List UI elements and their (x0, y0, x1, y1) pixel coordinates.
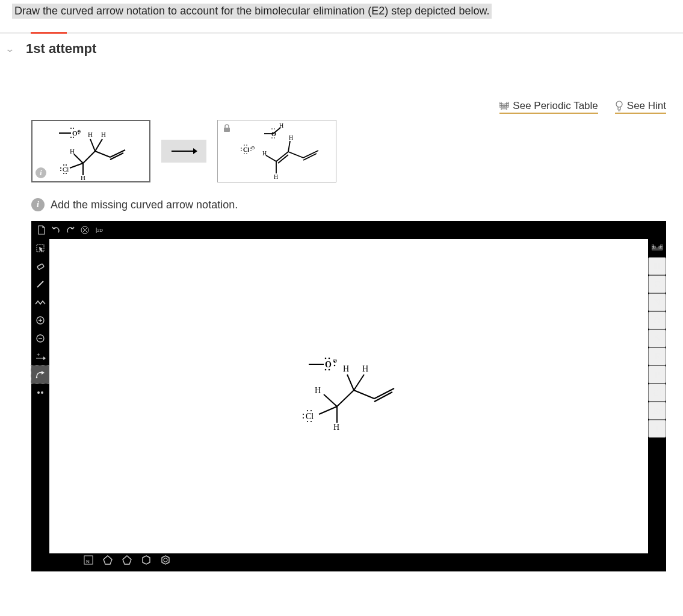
element-I[interactable]: I (648, 420, 666, 438)
svg-point-37 (60, 170, 61, 171)
cyclopentane-tool[interactable] (118, 551, 136, 569)
svg-text:⊖: ⊖ (333, 358, 338, 364)
periodic-table-icon (499, 102, 509, 110)
instruction-text: Add the missing curved arrow notation. (51, 199, 238, 211)
cyclohexane-tool[interactable] (137, 551, 155, 569)
element-P[interactable]: P (648, 366, 666, 384)
svg-text:⊖: ⊖ (251, 145, 255, 151)
select-tool[interactable] (31, 239, 49, 257)
element-F[interactable]: F (648, 347, 666, 366)
svg-point-66 (241, 148, 242, 149)
new-doc-icon[interactable] (36, 225, 47, 235)
svg-line-93 (324, 394, 337, 406)
element-H[interactable]: H (648, 257, 666, 275)
redo-icon[interactable] (65, 225, 76, 235)
view-2d-icon[interactable]: |2D (94, 225, 105, 235)
molecule-editor: |2D + O ⊖ (31, 221, 666, 571)
svg-marker-82 (43, 356, 46, 360)
reactant-panel[interactable]: O⊖ HH H Cl H i (31, 120, 150, 182)
svg-point-33 (73, 137, 74, 138)
svg-point-71 (246, 145, 247, 146)
erase-tool[interactable] (31, 257, 49, 275)
info-icon: i (31, 198, 45, 211)
ring-select-tool[interactable]: N (79, 551, 97, 569)
element-toolbar: H C N O S F P Cl Br I (648, 239, 666, 438)
charge-minus-tool[interactable] (31, 329, 49, 347)
element-Cl[interactable]: Cl (648, 384, 666, 402)
svg-point-32 (70, 137, 72, 138)
svg-rect-44 (224, 128, 230, 132)
bond-tool[interactable] (31, 275, 49, 293)
lone-pair-tool[interactable] (31, 384, 49, 402)
chain-tool[interactable] (31, 293, 49, 311)
increment-tool[interactable]: + (31, 347, 49, 366)
clear-icon[interactable] (79, 225, 90, 235)
svg-point-105 (328, 358, 330, 359)
svg-point-39 (66, 173, 67, 174)
info-icon[interactable]: i (36, 167, 46, 178)
svg-rect-117 (661, 244, 663, 246)
svg-point-73 (250, 150, 252, 151)
svg-text:O: O (325, 360, 332, 369)
svg-rect-118 (652, 246, 654, 248)
top-toolbar: |2D (31, 221, 666, 239)
svg-marker-43 (193, 148, 197, 154)
svg-point-115 (310, 410, 311, 411)
svg-line-52 (288, 141, 290, 152)
cyclopentadiene-tool[interactable] (99, 551, 117, 569)
chevron-down-icon[interactable]: ⌄ (5, 44, 15, 54)
svg-point-111 (302, 417, 303, 418)
svg-point-31 (73, 128, 74, 129)
reactant-molecule: O⊖ HH H Cl H (41, 121, 143, 181)
svg-rect-116 (652, 244, 654, 246)
product-molecule: O H H H H Cl⊖ (231, 120, 327, 181)
periodic-mini-icon[interactable] (648, 239, 666, 257)
product-panel[interactable]: O H H H H Cl⊖ (217, 120, 336, 182)
drawing-canvas[interactable]: O ⊖ HH H Cl H (49, 239, 648, 553)
svg-point-129 (164, 558, 167, 562)
svg-point-34 (78, 131, 79, 132)
svg-point-72 (250, 148, 252, 149)
svg-line-95 (354, 375, 364, 390)
svg-point-36 (60, 167, 61, 169)
svg-text:H: H (81, 174, 85, 181)
element-S[interactable]: S (648, 329, 666, 347)
see-hint-link[interactable]: See Hint (615, 100, 666, 114)
left-toolbar: + (31, 239, 49, 402)
svg-text:H: H (70, 148, 75, 155)
svg-point-62 (271, 128, 273, 129)
svg-line-89 (374, 388, 394, 399)
svg-rect-11 (501, 108, 507, 110)
svg-point-110 (302, 414, 303, 415)
see-periodic-table-link[interactable]: See Periodic Table (499, 100, 598, 114)
element-Br[interactable]: Br (648, 402, 666, 420)
benzene-tool[interactable] (156, 551, 175, 569)
element-O[interactable]: O (648, 311, 666, 329)
svg-point-12 (616, 101, 622, 107)
canvas-molecule[interactable]: O ⊖ HH H Cl H (289, 349, 409, 440)
svg-point-107 (328, 369, 330, 371)
question-text: Draw the curved arrow notation to accoun… (12, 4, 492, 19)
element-N[interactable]: N (648, 293, 666, 311)
svg-point-64 (271, 137, 273, 138)
svg-marker-127 (143, 556, 150, 564)
svg-text:N: N (86, 559, 90, 564)
svg-point-114 (306, 410, 308, 411)
svg-text:H: H (333, 423, 339, 432)
svg-point-70 (244, 145, 245, 146)
svg-text:Cl: Cl (306, 412, 314, 421)
element-C[interactable]: C (648, 275, 666, 293)
undo-icon[interactable] (51, 225, 61, 235)
svg-rect-76 (37, 264, 45, 270)
svg-rect-120 (659, 246, 661, 248)
svg-point-86 (41, 391, 43, 394)
svg-point-40 (63, 164, 64, 166)
charge-plus-tool[interactable] (31, 311, 49, 329)
arrow-icon (170, 146, 197, 156)
svg-line-94 (347, 375, 354, 390)
curved-arrow-tool[interactable] (31, 366, 49, 384)
svg-marker-83 (42, 371, 45, 375)
svg-text:H: H (343, 364, 349, 373)
svg-line-20 (90, 139, 95, 151)
svg-point-63 (274, 128, 275, 129)
